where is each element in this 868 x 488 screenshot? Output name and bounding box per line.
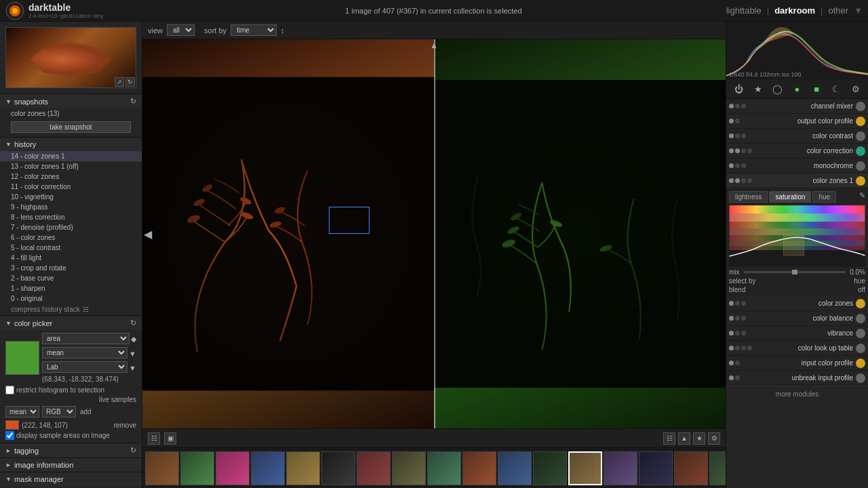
sample-type-select[interactable]: mean xyxy=(5,406,39,418)
film-thumb[interactable] xyxy=(568,451,602,485)
module-icon-gear[interactable]: ⚙ xyxy=(849,82,863,96)
film-thumb[interactable] xyxy=(709,451,726,485)
history-item[interactable]: 14 - color zones 1 xyxy=(0,151,142,161)
dot3[interactable] xyxy=(741,316,746,321)
dot1[interactable] xyxy=(729,148,734,153)
history-item[interactable]: 9 - highpass xyxy=(0,202,142,212)
dot3[interactable] xyxy=(741,134,746,138)
tagging-refresh-icon[interactable]: ↻ xyxy=(130,446,136,455)
film-thumb[interactable] xyxy=(286,451,320,485)
film-thumb[interactable] xyxy=(498,451,532,485)
cz-blend-val[interactable]: off xyxy=(858,286,865,293)
sample-colormodel-select[interactable]: RGB xyxy=(42,406,76,418)
dot3[interactable] xyxy=(741,331,746,336)
dot3[interactable] xyxy=(741,178,746,183)
live-samples-btn[interactable]: live samples xyxy=(5,396,136,403)
snapshots-refresh-icon[interactable]: ↻ xyxy=(130,97,136,106)
module-icon-power[interactable]: ⏻ xyxy=(732,82,745,96)
dot1[interactable] xyxy=(729,163,734,168)
nav-arrow-left[interactable]: ◀ xyxy=(144,228,152,241)
film-thumb[interactable] xyxy=(251,451,285,485)
module-icon-color-circle[interactable]: ● xyxy=(790,82,804,96)
vibrance-btn[interactable] xyxy=(856,329,865,338)
dot2[interactable] xyxy=(735,104,740,108)
dot3[interactable] xyxy=(741,301,746,306)
film-thumb[interactable] xyxy=(533,451,567,485)
film-thumb[interactable] xyxy=(604,451,637,485)
dot3[interactable] xyxy=(741,346,746,350)
mask-manager-header[interactable]: ▼ mask manager xyxy=(0,472,142,486)
copy-icon[interactable]: ▣ xyxy=(164,432,176,445)
module-icon-circle[interactable]: ◯ xyxy=(771,82,785,96)
thumb-sync[interactable]: ↻ xyxy=(125,77,135,87)
color-contrast-btn[interactable] xyxy=(856,131,865,141)
lab-dropdown-icon[interactable]: ▼ xyxy=(129,364,136,372)
color-zones-btn[interactable] xyxy=(856,299,865,308)
dot3[interactable] xyxy=(741,148,746,153)
history-header[interactable]: ▼ history xyxy=(0,137,142,151)
dot2[interactable] xyxy=(735,375,740,380)
image-info-header[interactable]: ► image information xyxy=(0,458,142,472)
module-icon-green-dot[interactable]: ■ xyxy=(810,82,823,96)
dot4[interactable] xyxy=(747,148,752,153)
dot1[interactable] xyxy=(729,316,734,321)
history-item[interactable]: 4 - fill light xyxy=(0,253,142,263)
film-thumb[interactable] xyxy=(321,451,355,485)
snapshot-item[interactable]: color zones (13) xyxy=(0,108,142,119)
sort-select[interactable]: time filename xyxy=(231,24,277,36)
restrict-checkbox[interactable] xyxy=(5,386,14,394)
history-item[interactable]: 5 - local contrast xyxy=(0,243,142,253)
compress-history[interactable]: compress history stack ☵ xyxy=(0,304,142,315)
lab-select[interactable]: Lab RGB HSL xyxy=(42,361,127,373)
monochrome-btn[interactable] xyxy=(856,161,865,171)
color-balance-btn[interactable] xyxy=(856,314,865,323)
color-picker-header[interactable]: ▼ color picker ↻ xyxy=(0,315,142,330)
channel-mixer-btn[interactable] xyxy=(856,102,865,111)
add-btn[interactable]: add xyxy=(80,408,92,415)
dot1[interactable] xyxy=(729,361,734,365)
color-zones-1-btn[interactable] xyxy=(856,176,865,186)
color-correction-btn[interactable] xyxy=(856,146,865,156)
snapshots-header[interactable]: ▼ snapshots ↻ xyxy=(0,94,142,108)
display-sample-checkbox[interactable] xyxy=(5,431,14,440)
dot2[interactable] xyxy=(735,163,740,168)
dot2[interactable] xyxy=(735,301,740,306)
cz-tab-lightness[interactable]: lightness xyxy=(729,191,768,203)
thumb-expand[interactable]: ↗ xyxy=(115,77,124,87)
dot2[interactable] xyxy=(735,178,740,183)
dot1[interactable] xyxy=(729,346,734,350)
nav-darkroom[interactable]: darkroom xyxy=(774,5,815,16)
input-color-btn[interactable] xyxy=(856,359,865,368)
color-picker-refresh-icon[interactable]: ↻ xyxy=(130,319,136,327)
eyedropper-icon[interactable]: ◆ xyxy=(131,335,136,344)
split-line[interactable] xyxy=(434,39,435,428)
film-thumb[interactable] xyxy=(639,451,673,485)
sort-direction-icon[interactable]: ↕ xyxy=(281,26,285,35)
dot3[interactable] xyxy=(741,163,746,168)
dot2[interactable] xyxy=(735,316,740,321)
area-select[interactable]: area point xyxy=(42,333,130,344)
cz-edit-icon[interactable]: ✎ xyxy=(859,191,865,203)
history-item[interactable]: 13 - color zones 1 (off) xyxy=(0,161,142,171)
grid-icon[interactable]: ☷ xyxy=(663,432,675,445)
history-item[interactable]: 10 - vignetting xyxy=(0,192,142,202)
history-item[interactable]: 0 - original xyxy=(0,293,142,304)
dot1[interactable] xyxy=(729,301,734,306)
settings-icon[interactable]: ⚙ xyxy=(708,432,720,445)
dot1[interactable] xyxy=(729,375,734,380)
history-item[interactable]: 12 - color zones xyxy=(0,171,142,182)
history-item[interactable]: 8 - lens correction xyxy=(0,212,142,222)
film-thumb[interactable] xyxy=(180,451,214,485)
film-thumb[interactable] xyxy=(357,451,391,485)
nav-other[interactable]: other xyxy=(828,5,848,16)
mean-dropdown-icon[interactable]: ▼ xyxy=(129,350,136,358)
dot3[interactable] xyxy=(741,104,746,108)
nav-arrow-top[interactable]: ▲ xyxy=(430,41,438,50)
more-modules[interactable]: more modules xyxy=(726,386,868,402)
dot2[interactable] xyxy=(735,119,740,123)
dot2[interactable] xyxy=(735,148,740,153)
dot2[interactable] xyxy=(735,331,740,336)
cz-mix-slider[interactable] xyxy=(744,271,846,273)
film-thumb[interactable] xyxy=(427,451,461,485)
dot2[interactable] xyxy=(735,134,740,138)
